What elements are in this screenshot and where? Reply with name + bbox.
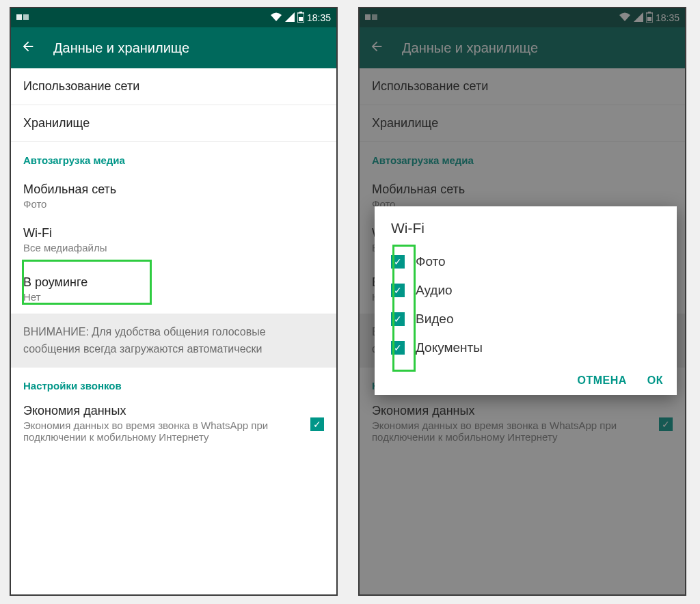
row-storage[interactable]: Хранилище	[11, 105, 336, 142]
dialog-item-label: Аудио	[416, 283, 453, 298]
checkbox-on-icon[interactable]: ✓	[391, 255, 405, 269]
phone-right: 18:35 Данные и хранилище Использование с…	[358, 7, 686, 596]
row-sublabel: Нет	[23, 291, 324, 303]
row-sublabel: Фото	[23, 198, 324, 210]
svg-rect-4	[299, 17, 303, 21]
dialog-item-label: Видео	[416, 312, 454, 327]
row-label: Экономия данных	[23, 404, 276, 418]
dialog-item[interactable]: ✓ Документы	[391, 333, 663, 362]
checkbox-on-icon[interactable]: ✓	[391, 312, 405, 326]
checkbox-on-icon[interactable]: ✓	[391, 284, 405, 297]
status-time: 18:35	[307, 12, 331, 23]
info-note: ВНИМАНИЕ: Для удобства общения голосовые…	[11, 314, 336, 368]
cancel-button[interactable]: ОТМЕНА	[577, 374, 626, 387]
row-sublabel: Экономия данных во время звонка в WhatsA…	[23, 420, 276, 443]
row-network-usage[interactable]: Использование сети	[11, 68, 336, 105]
svg-rect-0	[16, 14, 22, 20]
ok-button[interactable]: ОК	[647, 374, 663, 387]
wifi-icon	[270, 12, 282, 24]
dialog-item-label: Фото	[416, 254, 446, 269]
row-roaming[interactable]: В роуминге Нет	[11, 264, 336, 314]
row-label: Использование сети	[23, 79, 324, 94]
section-call-settings: Настройки звонков	[11, 368, 336, 397]
checkbox-on-icon[interactable]: ✓	[391, 341, 405, 355]
back-icon[interactable]	[21, 39, 36, 57]
signal-icon	[285, 12, 295, 24]
row-mobile[interactable]: Мобильная сеть Фото	[11, 171, 336, 215]
dialog-item-label: Документы	[416, 340, 483, 355]
svg-rect-3	[299, 12, 302, 13]
sim-icon	[16, 12, 30, 23]
row-low-data[interactable]: Экономия данных Экономия данных во время…	[11, 397, 336, 455]
wifi-dialog: Wi-Fi ✓ Фото ✓ Аудио ✓ Видео ✓ Документы…	[375, 206, 677, 395]
row-label: Хранилище	[23, 116, 324, 131]
checkbox-on-icon[interactable]: ✓	[310, 417, 324, 431]
dialog-item[interactable]: ✓ Аудио	[391, 276, 663, 305]
statusbar: 18:35	[11, 8, 336, 27]
row-label: Wi-Fi	[23, 226, 324, 241]
row-wifi[interactable]: Wi-Fi Все медиафайлы	[11, 215, 336, 264]
battery-icon	[297, 12, 304, 25]
row-label: Мобильная сеть	[23, 182, 324, 197]
dialog-item[interactable]: ✓ Фото	[391, 247, 663, 276]
dialog-item[interactable]: ✓ Видео	[391, 305, 663, 333]
dialog-actions: ОТМЕНА ОК	[391, 374, 663, 387]
appbar: Данные и хранилище	[11, 27, 336, 68]
settings-list: Использование сети Хранилище Автозагрузк…	[11, 68, 336, 455]
row-sublabel: Все медиафайлы	[23, 242, 324, 253]
row-label: В роуминге	[23, 275, 324, 290]
phone-left: 18:35 Данные и хранилище Использование с…	[10, 7, 338, 596]
section-autodownload: Автозагрузка медиа	[11, 142, 336, 171]
appbar-title: Данные и хранилище	[53, 40, 189, 56]
dialog-title: Wi-Fi	[391, 220, 663, 236]
svg-rect-1	[23, 14, 29, 20]
